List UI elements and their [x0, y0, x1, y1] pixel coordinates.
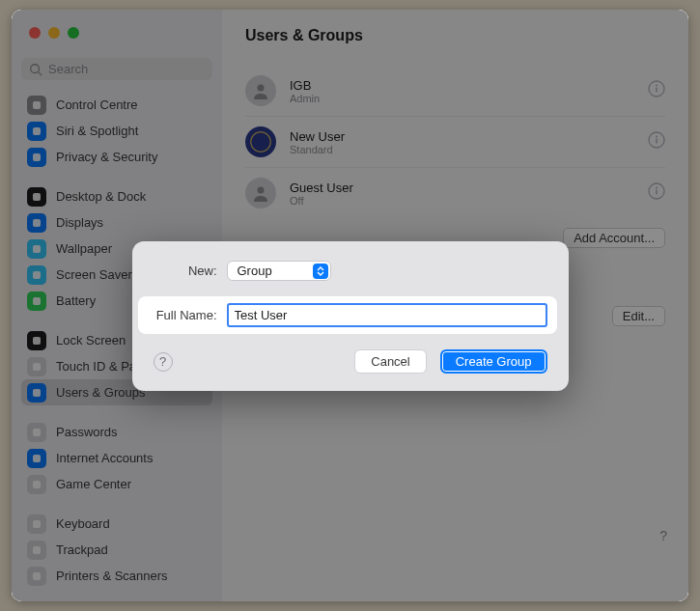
fullname-input[interactable] — [227, 303, 547, 327]
create-group-button[interactable]: Create Group — [440, 349, 547, 374]
modal-help-button[interactable]: ? — [154, 352, 173, 372]
new-user-modal: New: Group Full Name: ? Cancel Create Gr… — [132, 241, 569, 391]
new-type-label: New: — [154, 264, 227, 278]
fullname-label: Full Name: — [148, 308, 227, 322]
chevron-updown-icon — [313, 264, 328, 279]
cancel-button[interactable]: Cancel — [354, 349, 426, 374]
account-type-select[interactable]: Group — [227, 261, 331, 281]
